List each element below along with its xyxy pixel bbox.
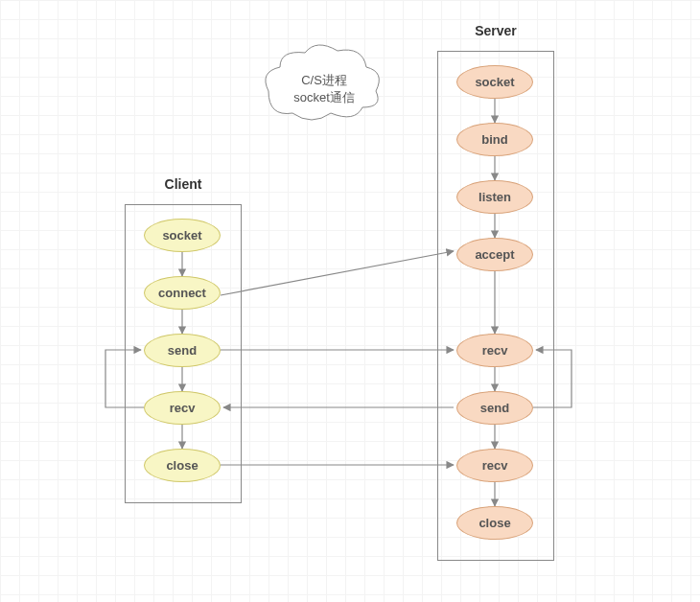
cloud-line1: C/S进程: [267, 72, 382, 89]
cloud-line2: socket通信: [267, 89, 382, 106]
server-node-recv2: recv: [456, 449, 533, 482]
server-node-recv2-label: recv: [482, 458, 508, 473]
client-node-socket: socket: [144, 219, 221, 252]
server-node-close: close: [456, 506, 533, 540]
server-title: Server: [438, 23, 553, 38]
server-node-recv-label: recv: [482, 343, 508, 358]
server-node-bind-label: bind: [481, 132, 507, 147]
cloud-label: C/S进程 socket通信: [267, 72, 382, 106]
server-node-accept: accept: [456, 238, 533, 271]
client-node-close-label: close: [166, 458, 198, 473]
client-node-recv: recv: [144, 391, 221, 425]
server-node-send: send: [456, 391, 533, 425]
server-node-send-label: send: [480, 401, 509, 415]
client-node-connect-label: connect: [158, 286, 206, 300]
diagram-canvas: { "title_client": "Client", "title_serve…: [0, 0, 700, 602]
client-node-connect: connect: [144, 276, 221, 310]
server-node-socket: socket: [456, 65, 533, 99]
server-node-bind: bind: [456, 123, 533, 156]
client-node-recv-label: recv: [170, 401, 196, 415]
client-node-socket-label: socket: [162, 228, 201, 243]
server-node-socket-label: socket: [475, 75, 514, 89]
server-node-accept-label: accept: [475, 247, 514, 262]
server-node-listen: listen: [456, 180, 533, 214]
client-title: Client: [126, 176, 241, 192]
arrow-connect-to-accept: [221, 251, 454, 295]
client-node-send: send: [144, 334, 221, 367]
server-node-close-label: close: [478, 516, 510, 530]
server-node-recv: recv: [456, 334, 533, 367]
client-node-send-label: send: [168, 343, 197, 358]
server-node-listen-label: listen: [478, 190, 511, 204]
client-node-close: close: [144, 449, 221, 482]
